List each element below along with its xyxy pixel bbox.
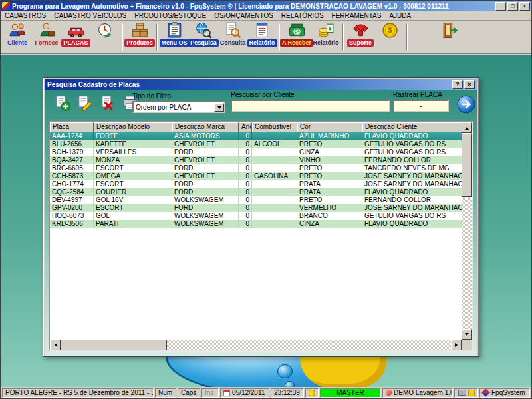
toolbar-button-service-orders[interactable]: Menu OS [160, 21, 189, 53]
table-row-HOQ-6073[interactable]: HOQ-6073GOLWOLKSWAGEM0BRANCOGETULIO VARG… [50, 212, 462, 220]
table-cell [252, 180, 297, 188]
toolbar-button-search[interactable]: Pesquisa [189, 21, 218, 53]
column-header[interactable]: Descrição Marca [172, 122, 239, 132]
table-cell: CHO-1774 [50, 180, 94, 188]
filter-selected-value: Ordem por PLACA [136, 104, 191, 111]
vertical-scrollbar[interactable] [462, 122, 472, 340]
client-area: Pesquisa Cadastro de Placas ? × [1, 55, 531, 387]
table-cell: FLAVIO QUADRADO [362, 220, 462, 228]
window-controls: _ □ × [495, 2, 530, 11]
delete-record-button[interactable] [98, 94, 118, 114]
toolbar-label: Fornece [33, 39, 60, 47]
table-cell: GOL [94, 212, 172, 220]
svg-text:$: $ [295, 29, 299, 35]
menu-item-ajuda[interactable]: AJUDA [385, 12, 415, 19]
table-cell [252, 196, 297, 204]
filter-combobox[interactable]: Ordem por PLACA [132, 101, 225, 113]
table-row-CCH-5873[interactable]: CCH-5873OMEGACHEVROLET0GASOLINAPRETOJOSE… [50, 172, 462, 180]
status-date-value: 05/12/2011 [232, 389, 265, 396]
vertical-scroll-thumb[interactable] [462, 133, 472, 197]
table-row-CQG-2584[interactable]: CQG-2584COURIERFORD0PRATAFLAVIO QUADRADO [50, 188, 462, 196]
status-num-lock: Num [155, 388, 176, 398]
column-header[interactable]: Combustivel [252, 122, 297, 132]
horizontal-scrollbar[interactable] [50, 340, 462, 350]
toolbar-label: Menu OS [160, 39, 190, 47]
fpqsystem-logo-icon [481, 388, 490, 397]
coins-doc-icon: $ [317, 21, 335, 39]
menu-item-os-or-amentos[interactable]: OS/ORÇAMENTOS [210, 12, 277, 19]
menu-item-cadastros[interactable]: CADASTROS [1, 12, 50, 19]
table-row-DEV-4997[interactable]: DEV-4997GOL 16VWOLKSWAGEM0PRETOFERNANDO … [50, 196, 462, 204]
toolbar-button-report[interactable]: Relatório [247, 21, 277, 53]
table-cell: FLAVIO QUADRADO [362, 132, 462, 140]
title-bar: Programa para Lavagem Automotivo + Finan… [1, 1, 531, 11]
status-key-panel [305, 388, 319, 398]
table-row-KRD-3506[interactable]: KRD-3506PARATIWOLKSWAGEM0CINZAFLAVIO QUA… [50, 220, 462, 228]
close-button[interactable]: × [519, 2, 530, 11]
table-cell: WOLKSWAGEM [172, 212, 239, 220]
horizontal-scroll-thumb[interactable] [61, 340, 167, 350]
menu-item-relat-rios[interactable]: RELATÓRIOS [277, 12, 328, 19]
table-row-BQA-3427[interactable]: BQA-3427MONZACHEVROLET0VINHOFERNANDO COL… [50, 156, 462, 164]
column-header[interactable]: Descrição Cliente [362, 122, 462, 132]
column-header[interactable]: Cor [297, 122, 362, 132]
table-cell: GPV-0200 [50, 204, 94, 212]
table-cell: ESCORT [94, 164, 172, 172]
toolbar-button-coin[interactable]: $ [375, 21, 404, 53]
dialog-help-button[interactable]: ? [452, 80, 463, 89]
toolbar-button-consult[interactable]: Consulta [218, 21, 247, 53]
client-search-input[interactable] [231, 100, 390, 112]
scroll-left-button[interactable] [50, 340, 61, 350]
table-row-BLU-2656[interactable]: BLU-2656KADETTECHEVROLET0ALCOOLPRETOGETU… [50, 140, 462, 148]
toolbar-separator [156, 24, 158, 51]
toolbar-button-receivables[interactable]: $ A Receber [282, 21, 311, 53]
toolbar-button-suppliers[interactable]: Fornece [32, 21, 61, 53]
scroll-right-button[interactable] [451, 340, 462, 350]
column-header[interactable]: Placa [50, 122, 94, 132]
table-cell: VERMELHO [297, 204, 362, 212]
menu-bar: CADASTROSCADASTRO VEICULOSPRODUTOS/ESTOQ… [1, 11, 531, 21]
table-cell: FERNANDO COLLOR [362, 196, 462, 204]
combo-dropdown-button[interactable] [214, 103, 224, 112]
scroll-down-button[interactable] [462, 329, 472, 340]
menu-item-produtos-estoque[interactable]: PRODUTOS/ESTOQUE [130, 12, 210, 19]
dialog-body: Tipo do Filtro Ordem por PLACA Pesquisar… [45, 90, 477, 356]
arrow-up-icon [465, 125, 469, 130]
column-header[interactable]: Ano [239, 122, 252, 132]
table-row-BOH-1379[interactable]: BOH-1379VERSAILLESFORD0CINZAGETULIO VARG… [50, 148, 462, 156]
table-row-AAA-1234[interactable]: AAA-1234FORTEASIA MOTORS0AZUL MARINHOFLA… [50, 132, 462, 140]
toolbar-button-finance-report[interactable]: $ Relatório [311, 21, 340, 53]
cash-icon: $ [288, 21, 306, 39]
toolbar-button-support[interactable]: Suporte [346, 21, 375, 53]
add-record-button[interactable] [53, 94, 72, 114]
toolbar-button-products[interactable]: Produtos [125, 21, 154, 53]
plate-search-input[interactable] [393, 100, 449, 112]
menu-item-cadastro-veiculos[interactable]: CADASTRO VEICULOS [50, 12, 130, 19]
table-cell: 0 [239, 164, 252, 172]
maximize-button[interactable]: □ [507, 2, 518, 11]
go-search-button[interactable] [457, 95, 475, 114]
table-row-BRC-6605[interactable]: BRC-6605ESCORTFORD0PRETOTANCREDO NEVES D… [50, 164, 462, 172]
dialog-close-button[interactable]: × [464, 80, 475, 89]
table-cell: GOL 16V [94, 196, 172, 204]
menu-item-ferramentas[interactable]: FERRAMENTAS [328, 12, 386, 19]
main-toolbar: Cliente Fornece PLACAS Produtos Menu OS … [1, 21, 531, 54]
edit-record-button[interactable] [75, 94, 95, 114]
table-row-GPV-0200[interactable]: GPV-0200ESCORTFORD0VERMELHOJOSE SARNEY D… [50, 204, 462, 212]
table-cell: CCH-5873 [50, 172, 94, 180]
toolbar-button-plates[interactable]: PLACAS [61, 21, 90, 53]
minimize-button[interactable]: _ [495, 2, 506, 11]
arrow-right-icon [457, 95, 475, 114]
column-header[interactable]: Descrição Modelo [94, 122, 172, 132]
dialog-title-bar[interactable]: Pesquisa Cadastro de Placas ? × [45, 79, 477, 90]
toolbar-label: PLACAS [61, 39, 90, 47]
table-cell: BRANCO [297, 212, 362, 220]
scroll-up-button[interactable] [462, 122, 472, 133]
svg-text:$: $ [329, 25, 332, 31]
clients-icon [9, 21, 27, 39]
client-search-label: Pesquisar por Cliente [231, 91, 295, 98]
toolbar-button-clients[interactable]: Cliente [3, 21, 32, 53]
toolbar-button-schedule[interactable] [90, 21, 120, 53]
table-row-CHO-1774[interactable]: CHO-1774ESCORTFORD0PRATAJOSE SARNEY DO M… [50, 180, 462, 188]
toolbar-button-exit[interactable] [435, 21, 464, 53]
